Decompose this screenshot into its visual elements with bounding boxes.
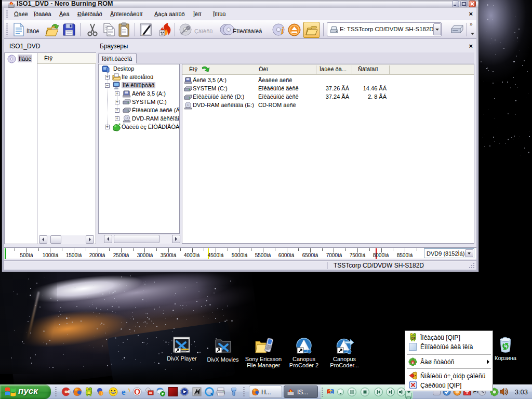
svg-text:QIP: QIP — [411, 337, 416, 340]
svg-text:e: e — [122, 387, 126, 396]
svg-text:i: i — [281, 25, 284, 36]
